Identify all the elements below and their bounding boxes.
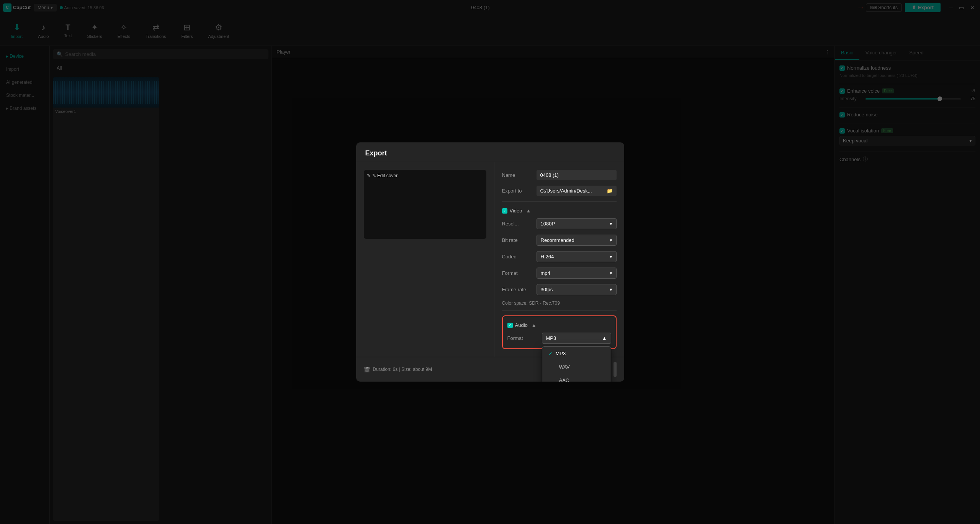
export-path-value: C:/Users/Admin/Desk... — [540, 188, 592, 194]
audio-format-container: MP3 ▲ ✓ MP3 WAV — [542, 333, 611, 344]
video-section-label: Video — [510, 208, 522, 214]
bit-rate-value: Recommended — [541, 237, 574, 243]
audio-format-chevron-icon: ▲ — [602, 335, 607, 341]
resolution-chevron-icon: ▾ — [610, 221, 612, 227]
resolution-dropdown[interactable]: 1080P ▾ — [537, 218, 617, 229]
modal-overlay: Export ✎ ✎ Edit cover Name — [0, 0, 980, 524]
edit-cover-button[interactable]: ✎ ✎ Edit cover — [367, 173, 398, 178]
format-dropdown[interactable]: mp4 ▾ — [537, 268, 617, 279]
option-mp3[interactable]: ✓ MP3 — [542, 347, 611, 360]
bit-rate-label: Bit rate — [502, 237, 537, 243]
modal-header: Export — [356, 142, 624, 162]
modal-body: ✎ ✎ Edit cover Name Export to C:/Users/A… — [356, 162, 624, 357]
audio-checkbox[interactable]: ✓ — [507, 323, 513, 328]
option-aac-label: AAC — [559, 377, 569, 382]
modal-settings-section: Name Export to C:/Users/Admin/Desk... 📁 … — [494, 162, 624, 357]
name-row: Name — [502, 170, 617, 180]
export-path[interactable]: C:/Users/Admin/Desk... 📁 — [537, 186, 617, 196]
export-modal: Export ✎ ✎ Edit cover Name — [356, 142, 624, 382]
codec-label: Codec — [502, 254, 537, 260]
codec-dropdown[interactable]: H.264 ▾ — [537, 251, 617, 262]
option-wav-label: WAV — [559, 364, 570, 370]
audio-format-label: Format — [507, 335, 542, 341]
format-label: Format — [502, 270, 537, 276]
resolution-row: Resol... 1080P ▾ — [502, 218, 617, 229]
codec-chevron-icon: ▾ — [610, 254, 612, 260]
export-to-row: Export to C:/Users/Admin/Desk... 📁 — [502, 186, 617, 196]
edit-icon: ✎ — [367, 173, 371, 178]
audio-format-dropdown[interactable]: MP3 ▲ — [542, 333, 611, 344]
bit-rate-dropdown[interactable]: Recommended ▾ — [537, 235, 617, 246]
color-space-label: Color space: SDR - Rec.709 — [502, 300, 617, 306]
bit-rate-row: Bit rate Recommended ▾ — [502, 235, 617, 246]
frame-rate-value: 30fps — [541, 287, 553, 292]
name-label: Name — [502, 172, 537, 178]
frame-rate-row: Frame rate 30fps ▾ — [502, 284, 617, 295]
edit-cover-label: ✎ Edit cover — [372, 173, 398, 178]
film-icon: 🎬 — [364, 367, 370, 372]
video-collapse-icon[interactable]: ▲ — [526, 208, 531, 214]
resolution-value: 1080P — [541, 221, 555, 227]
video-section-header: ✓ Video ▲ — [502, 206, 617, 214]
frame-rate-label: Frame rate — [502, 287, 537, 292]
check-icon: ✓ — [548, 351, 553, 356]
format-row: Format mp4 ▾ — [502, 268, 617, 279]
audio-format-row: Format MP3 ▲ ✓ MP3 — [507, 333, 611, 344]
audio-section-divider — [502, 310, 617, 311]
option-wav[interactable]: WAV — [542, 360, 611, 374]
modal-title: Export — [365, 149, 387, 157]
codec-row: Codec H.264 ▾ — [502, 251, 617, 262]
video-section-divider — [502, 201, 617, 202]
format-chevron-icon: ▾ — [610, 270, 612, 276]
audio-format-value: MP3 — [546, 335, 556, 341]
folder-icon: 📁 — [607, 188, 613, 194]
option-aac[interactable]: AAC — [542, 374, 611, 382]
audio-section: ✓ Audio ▲ Format MP3 ▲ — [502, 315, 617, 349]
modal-cover-section: ✎ ✎ Edit cover — [356, 162, 494, 357]
footer-info: Duration: 6s | Size: about 9M — [373, 367, 432, 372]
audio-section-header: ✓ Audio ▲ — [507, 321, 611, 328]
video-checkbox[interactable]: ✓ — [502, 208, 507, 214]
cover-preview: ✎ ✎ Edit cover — [364, 170, 486, 239]
codec-value: H.264 — [541, 254, 554, 260]
name-input[interactable] — [537, 170, 617, 180]
format-value: mp4 — [541, 270, 550, 276]
frame-rate-chevron-icon: ▾ — [610, 287, 612, 292]
audio-format-options: ✓ MP3 WAV AAC — [542, 346, 611, 382]
option-mp3-label: MP3 — [556, 351, 566, 356]
resolution-label: Resol... — [502, 221, 537, 227]
audio-section-label: Audio — [515, 322, 528, 328]
footer-scrollbar — [614, 362, 617, 377]
frame-rate-dropdown[interactable]: 30fps ▾ — [537, 284, 617, 295]
export-to-label: Export to — [502, 188, 537, 194]
bit-rate-chevron-icon: ▾ — [610, 237, 612, 243]
audio-collapse-icon[interactable]: ▲ — [532, 322, 537, 328]
